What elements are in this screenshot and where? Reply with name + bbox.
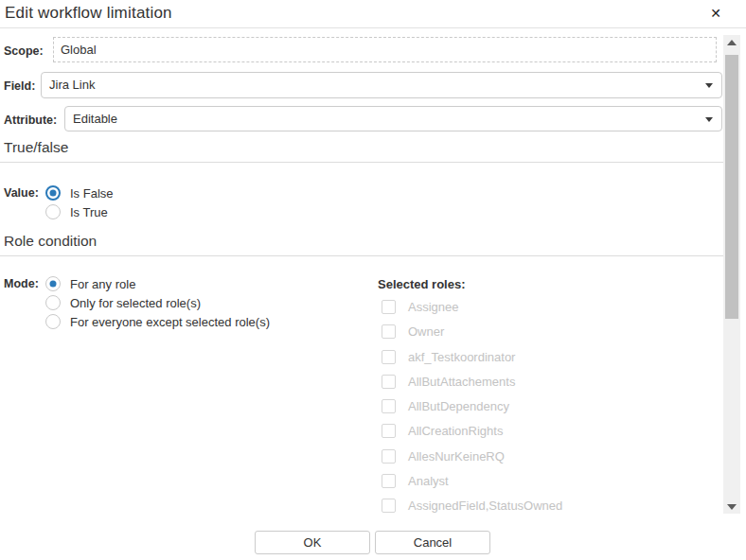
- attribute-dropdown[interactable]: Editable: [64, 106, 722, 131]
- scope-label: Scope:: [4, 44, 44, 58]
- arrow-down-icon: [727, 504, 737, 510]
- scrollbar-up-button[interactable]: [723, 35, 740, 49]
- radio-unselected-icon[interactable]: [45, 204, 61, 219]
- radio-option-label[interactable]: For everyone except selected role(s): [70, 315, 270, 329]
- chevron-down-icon: [705, 83, 713, 88]
- selected-roles-label: Selected roles:: [378, 277, 466, 291]
- scrollbar-thumb[interactable]: [725, 55, 738, 319]
- role-label: AllesNurKeineRQ: [408, 449, 505, 464]
- role-checkbox: [382, 424, 396, 438]
- role-list-item: Assignee: [382, 300, 562, 324]
- attribute-label: Attribute:: [4, 114, 57, 127]
- radio-option-only-selected-roles[interactable]: Only for selected role(s): [45, 295, 201, 310]
- role-checkbox: [382, 499, 396, 513]
- role-list-item: AllCreationRights: [382, 424, 562, 448]
- field-dropdown-value: Jira Link: [49, 78, 95, 92]
- role-label: Owner: [408, 324, 444, 339]
- ok-button[interactable]: OK: [255, 531, 370, 554]
- radio-option-label[interactable]: Is True: [70, 205, 108, 219]
- mode-label: Mode:: [4, 277, 39, 290]
- role-label: AllCreationRights: [408, 424, 503, 438]
- role-checkbox: [382, 324, 396, 339]
- role-list-item: AssignedField,StatusOwned: [382, 499, 562, 523]
- role-list-item: Analyst: [382, 474, 562, 499]
- close-icon[interactable]: ✕: [710, 6, 721, 21]
- role-label: akf_Testkoordinator: [408, 350, 515, 364]
- radio-option-everyone-except[interactable]: For everyone except selected role(s): [45, 314, 270, 329]
- scope-field: Global: [53, 37, 717, 62]
- field-dropdown[interactable]: Jira Link: [41, 72, 722, 98]
- role-label: AssignedField,StatusOwned: [408, 499, 562, 513]
- vertical-scrollbar[interactable]: [723, 35, 740, 514]
- role-checkbox: [382, 300, 396, 314]
- role-checkbox: [382, 399, 396, 413]
- section-heading-role-condition: Role condition: [4, 233, 97, 250]
- dialog-title: Edit workflow limitation: [5, 4, 172, 23]
- role-list-item: AllButAttachements: [382, 375, 562, 399]
- attribute-dropdown-value: Editable: [73, 112, 117, 126]
- radio-selected-icon[interactable]: [45, 185, 61, 201]
- role-label: AllButAttachements: [408, 375, 515, 389]
- cancel-button[interactable]: Cancel: [375, 531, 490, 554]
- role-checkbox: [382, 449, 396, 464]
- section-heading-true-false: True/false: [4, 139, 68, 156]
- selected-roles-list: Assignee Owner akf_Testkoordinator AllBu…: [382, 300, 562, 524]
- radio-option-for-any-role[interactable]: For any role: [45, 276, 135, 291]
- title-divider: [0, 27, 746, 28]
- radio-option-is-true[interactable]: Is True: [45, 204, 108, 219]
- role-list-item: akf_Testkoordinator: [382, 350, 562, 375]
- role-checkbox: [382, 474, 396, 488]
- radio-selected-icon[interactable]: [45, 276, 61, 291]
- role-label: Analyst: [408, 474, 449, 488]
- radio-unselected-icon[interactable]: [45, 314, 61, 329]
- value-label: Value:: [4, 186, 39, 200]
- radio-option-is-false[interactable]: Is False: [45, 185, 114, 201]
- radio-option-label[interactable]: Is False: [70, 186, 114, 201]
- role-list-item: AllButDependency: [382, 399, 562, 424]
- radio-unselected-icon[interactable]: [45, 295, 61, 310]
- section-divider: [0, 255, 723, 256]
- chevron-down-icon: [705, 117, 713, 122]
- arrow-up-icon: [727, 40, 737, 45]
- section-divider: [0, 162, 723, 163]
- role-label: AllButDependency: [408, 399, 509, 413]
- field-label: Field:: [4, 79, 35, 93]
- role-list-item: AllesNurKeineRQ: [382, 449, 562, 474]
- role-list-item: Owner: [382, 324, 562, 349]
- role-checkbox: [382, 350, 396, 364]
- radio-option-label[interactable]: Only for selected role(s): [70, 296, 201, 310]
- role-checkbox: [382, 375, 396, 389]
- radio-option-label[interactable]: For any role: [70, 277, 135, 291]
- role-label: Assignee: [408, 300, 458, 314]
- scrollbar-down-button[interactable]: [723, 499, 740, 514]
